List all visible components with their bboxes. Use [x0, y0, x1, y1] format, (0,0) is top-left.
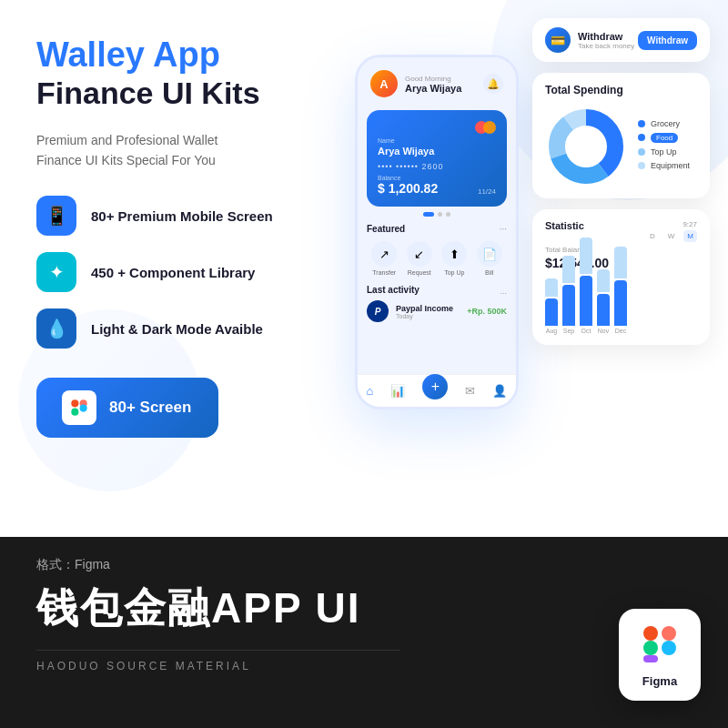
card-expiry: 11/24: [478, 187, 496, 196]
bar-aug: Aug: [545, 278, 558, 334]
subtitle: Premium and Profesional Wallet Finance U…: [36, 130, 346, 171]
spending-legend: Grocery Food Top Up Equipment: [638, 119, 690, 175]
stats-right: 9:27 D W M: [646, 220, 697, 242]
bar-aug-sec: [545, 278, 558, 297]
activity-amount: +Rp. 500K: [467, 307, 507, 316]
equipment-label: Equipment: [651, 161, 690, 170]
activity-info: Paypal Income Today: [396, 304, 460, 319]
grocery-label: Grocery: [651, 119, 680, 128]
format-label: 格式：Figma: [36, 557, 692, 573]
bar-sep-sec: [562, 256, 575, 283]
withdraw-card: 💳 Withdraw Take back money Withdraw: [532, 18, 710, 62]
chinese-title: 钱包金融APP UI: [36, 581, 692, 637]
credit-card: Name Arya Wijaya •••• •••••• 2600 Balanc…: [367, 110, 507, 207]
tab-d[interactable]: D: [646, 230, 659, 242]
mc-circle-orange: [483, 121, 496, 134]
bar-aug-label: Aug: [546, 328, 557, 334]
activity-date: Today: [396, 313, 460, 319]
bar-dec: Dec: [614, 247, 627, 334]
page-dot-2: [438, 212, 442, 217]
activity-item-paypal: P Paypal Income Today +Rp. 500K: [367, 300, 507, 322]
bar-nov-label: Nov: [598, 328, 609, 334]
figma-badge[interactable]: Figma: [619, 609, 701, 701]
feat-request[interactable]: ↙ Request: [407, 241, 432, 276]
paypal-icon: P: [367, 300, 389, 322]
figma-icon-small: [62, 390, 96, 425]
bar-dec-sec: [614, 247, 627, 278]
app-title-blue: Walley App: [36, 36, 346, 75]
spending-card: Total Spending Grocery: [532, 73, 710, 198]
feature-item-components: ✦ 450 + Component Library: [36, 252, 346, 292]
legend-equipment: Equipment: [638, 161, 690, 170]
tab-m[interactable]: M: [683, 230, 697, 242]
svg-point-12: [662, 641, 676, 655]
profile-nav-icon[interactable]: 👤: [492, 384, 507, 398]
topup-dot: [638, 148, 645, 156]
screens-icon-box: 📱: [36, 196, 76, 236]
feature-list: 📱 80+ Premium Mobile Screen ✦ 450 + Comp…: [36, 196, 346, 349]
svg-rect-0: [71, 400, 78, 408]
phone-icon: 📱: [46, 205, 68, 227]
bar-oct-sec: [580, 238, 592, 274]
stats-status: 9:27: [682, 220, 697, 228]
topup-icon: ⬆: [441, 241, 467, 267]
modes-feature-text: Light & Dark Mode Avaible: [91, 321, 263, 337]
notification-icon[interactable]: 🔔: [483, 74, 503, 94]
right-panel: 💳 Withdraw Take back money Withdraw Tota…: [532, 18, 710, 345]
tab-w[interactable]: W: [664, 230, 679, 242]
featured-icons: ↗ Transfer ↙ Request ⬆ Top Up 📄 Bill: [367, 241, 507, 276]
legend-grocery: Grocery: [638, 119, 690, 128]
bar-nov: Nov: [597, 269, 610, 334]
card-number-dots: •••• •••••• 2600: [378, 162, 496, 171]
bar-oct-main: [580, 276, 592, 326]
featured-header: Featured ···: [367, 224, 507, 234]
cta-button[interactable]: 80+ Screen: [36, 378, 218, 438]
activity-more[interactable]: ···: [500, 288, 507, 298]
featured-more[interactable]: ···: [500, 224, 507, 234]
components-icon-box: ✦: [36, 252, 76, 292]
spending-content: Grocery Food Top Up Equipment: [545, 106, 697, 187]
food-badge: Food: [651, 133, 678, 143]
withdraw-left: 💳 Withdraw Take back money: [545, 27, 634, 53]
chart-nav-icon[interactable]: 📊: [390, 384, 405, 398]
app-title-black: Finance UI Kits: [36, 75, 346, 112]
bar-nov-main: [597, 294, 610, 326]
add-fab-button[interactable]: +: [422, 374, 448, 399]
withdraw-button[interactable]: Withdraw: [638, 31, 697, 50]
bill-icon: 📄: [477, 241, 502, 267]
phone-bottom-nav: ⌂ 📊 + ✉ 👤: [358, 374, 516, 407]
activity-title: Last activity: [367, 285, 420, 295]
home-nav-icon[interactable]: ⌂: [367, 384, 374, 398]
svg-rect-9: [643, 626, 658, 641]
withdraw-info: Withdraw Take back money: [578, 31, 634, 50]
component-icon: ✦: [49, 261, 65, 283]
feat-topup[interactable]: ⬆ Top Up: [441, 241, 467, 276]
card-balance: $ 1,200.82: [378, 181, 438, 196]
cta-label: 80+ Screen: [109, 399, 191, 417]
stats-card: Statistic 9:27 D W M Total Balance $12,5…: [532, 209, 710, 345]
svg-rect-13: [643, 655, 658, 662]
activity-name: Paypal Income: [396, 304, 460, 313]
phone-mockup: A Good Morning Arya Wijaya 🔔 Name Arya W…: [355, 55, 519, 410]
card-name-label: Name: [378, 137, 496, 144]
spending-title: Total Spending: [545, 84, 697, 96]
request-label: Request: [408, 269, 431, 276]
modes-icon-box: 💧: [36, 308, 76, 349]
bill-label: Bill: [485, 269, 493, 276]
bar-dec-label: Dec: [615, 328, 626, 334]
components-feature-text: 450 + Component Library: [91, 265, 255, 280]
feat-transfer[interactable]: ↗ Transfer: [371, 241, 397, 276]
page-dot-3: [446, 212, 450, 217]
feat-bill[interactable]: 📄 Bill: [477, 241, 502, 276]
featured-title: Featured: [367, 224, 405, 234]
bar-sep: Sep: [562, 256, 575, 334]
bar-oct: Oct: [580, 238, 592, 334]
feature-item-modes: 💧 Light & Dark Mode Avaible: [36, 308, 346, 349]
transfer-label: Transfer: [372, 269, 396, 276]
bar-nov-sec: [597, 269, 610, 292]
mail-nav-icon[interactable]: ✉: [465, 384, 475, 398]
featured-section: Featured ··· ↗ Transfer ↙ Request ⬆ Top …: [358, 217, 516, 279]
page-dot-1: [423, 212, 434, 217]
figma-logo: [637, 622, 682, 667]
withdraw-avatar: 💳: [545, 27, 571, 53]
